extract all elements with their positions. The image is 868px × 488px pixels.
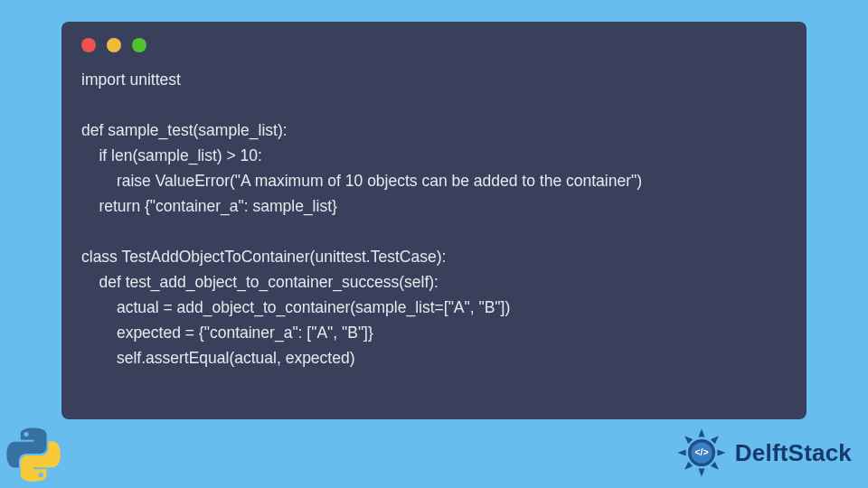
svg-marker-4 — [698, 468, 704, 476]
svg-marker-7 — [683, 434, 693, 444]
svg-marker-1 — [711, 434, 721, 444]
svg-marker-5 — [683, 462, 693, 472]
code-window: import unittest def sample_test(sample_l… — [61, 22, 807, 419]
python-logo-icon — [5, 427, 61, 483]
code-block: import unittest def sample_test(sample_l… — [81, 67, 787, 371]
svg-marker-3 — [711, 462, 721, 472]
delftstack-logo-icon: </> — [675, 427, 728, 479]
close-icon — [81, 38, 96, 52]
svg-marker-6 — [677, 450, 685, 456]
svg-text:</>: </> — [694, 447, 708, 457]
delftstack-brand: </> DelftStack — [675, 427, 852, 479]
maximize-icon — [132, 38, 146, 52]
svg-marker-2 — [717, 450, 725, 456]
svg-marker-0 — [698, 428, 704, 436]
window-traffic-lights — [81, 38, 787, 52]
minimize-icon — [107, 38, 121, 52]
brand-name: DelftStack — [735, 439, 852, 467]
